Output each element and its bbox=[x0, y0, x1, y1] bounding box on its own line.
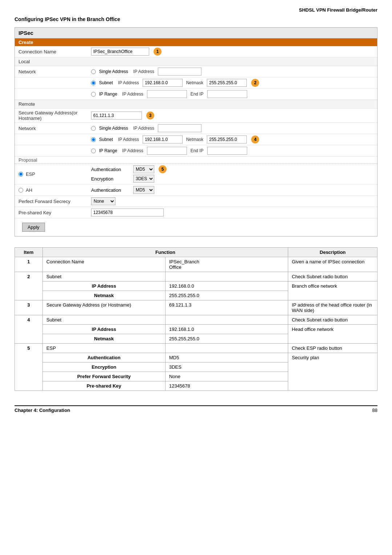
table-func-3: Secure Gateway Address (or Hostname) bbox=[42, 300, 165, 315]
ah-row: AH Authentication MD5 SHA1 bbox=[15, 185, 377, 196]
apply-row: Apply bbox=[15, 218, 377, 236]
local-endip-input[interactable] bbox=[207, 90, 247, 98]
esp-enc-select[interactable]: 3DES DES AES bbox=[133, 175, 154, 183]
ah-label-cell: AH bbox=[19, 187, 91, 193]
table-func-2a: Subnet bbox=[42, 272, 165, 281]
table-val-5e: 12345678 bbox=[165, 381, 288, 391]
remote-iprange-ip-input[interactable] bbox=[147, 147, 187, 155]
table-desc-4b: Head office network bbox=[288, 325, 377, 344]
table-row: 1 Connection Name IPSec_BranchOffice Giv… bbox=[15, 257, 377, 272]
page-title: Configuring IPSec VPN in the Branch Offi… bbox=[15, 16, 377, 22]
psk-input[interactable] bbox=[91, 208, 164, 216]
connection-name-input[interactable] bbox=[91, 48, 149, 56]
remote-iprange-label: IP Range bbox=[99, 148, 117, 153]
local-iprange-row: IP Range IP Address End IP bbox=[15, 89, 377, 100]
local-iprange-ip-input[interactable] bbox=[147, 90, 187, 98]
table-item-3: 3 bbox=[15, 300, 43, 315]
ah-auth-select[interactable]: MD5 SHA1 bbox=[133, 186, 154, 194]
pfs-field-group: None Group1 Group2 bbox=[91, 197, 373, 205]
remote-single-row: Network Single Address IP Address bbox=[15, 123, 377, 134]
table-item-5: 5 bbox=[15, 344, 43, 391]
table-desc-4a: Check Subnet radio button bbox=[288, 315, 377, 325]
footer-left: Chapter 4: Configuration bbox=[15, 408, 70, 413]
local-single-radio[interactable] bbox=[91, 69, 96, 74]
local-iprange-radio[interactable] bbox=[91, 92, 96, 97]
remote-iprange-field-group: IP Range IP Address End IP bbox=[91, 147, 373, 155]
local-subnet-field-group: Subnet IP Address Netmask 2 bbox=[91, 79, 373, 87]
esp-auth-select[interactable]: MD5 SHA1 bbox=[133, 165, 154, 173]
table-val-5c: 3DES bbox=[165, 362, 288, 372]
table-desc-1: Given a name of IPSec connection bbox=[288, 257, 377, 272]
table-func-2c: Netmask bbox=[42, 291, 165, 300]
remote-network-label: Network bbox=[19, 126, 91, 131]
remote-subnet-ip-input[interactable] bbox=[143, 135, 183, 143]
table-row: 5 ESP Check ESP radio button bbox=[15, 344, 377, 353]
table-func-1: Connection Name bbox=[42, 257, 165, 272]
esp-radio[interactable] bbox=[19, 172, 23, 177]
local-subnet-radio[interactable] bbox=[91, 81, 96, 85]
ipsec-panel-title: IPSec bbox=[15, 28, 377, 39]
table-col-function: Function bbox=[42, 248, 288, 257]
local-endip-label: End IP bbox=[191, 92, 204, 97]
psk-row: Pre-shared Key bbox=[15, 207, 377, 218]
secure-gateway-row: Secure Gateway Address(or Hostname) 3 bbox=[15, 109, 377, 123]
table-func-2b: IP Address bbox=[42, 281, 165, 291]
table-val-4b: 192.168.1.0 bbox=[165, 325, 288, 334]
table-val-2b: 192.168.0.0 bbox=[165, 281, 288, 291]
table-func-4c: Netmask bbox=[42, 334, 165, 344]
table-val-3: 69.121.1.3 bbox=[165, 300, 288, 315]
remote-endip-input[interactable] bbox=[207, 147, 247, 155]
create-section-bar: Create bbox=[15, 39, 377, 46]
local-netmask-input[interactable] bbox=[207, 79, 247, 87]
remote-subnet-field-group: Subnet IP Address Netmask 4 bbox=[91, 135, 373, 143]
remote-subnet-ip-label: IP Address bbox=[118, 137, 139, 142]
table-val-2c: 255.255.255.0 bbox=[165, 291, 288, 300]
header-right: SHDSL VPN Firewall Bridge/Router bbox=[15, 7, 377, 13]
remote-subnet-label: Subnet bbox=[99, 137, 113, 142]
remote-single-label: Single Address bbox=[99, 126, 128, 131]
remote-single-ip-input[interactable] bbox=[158, 124, 201, 132]
apply-button[interactable]: Apply bbox=[22, 223, 45, 232]
local-single-ip-input[interactable] bbox=[158, 68, 201, 76]
badge-5: 5 bbox=[159, 165, 167, 173]
pfs-label: Perfect Forward Secrecy bbox=[19, 199, 91, 204]
table-row: 4 Subnet Check Subnet radio button bbox=[15, 315, 377, 325]
remote-iprange-row: IP Range IP Address End IP bbox=[15, 145, 377, 157]
local-single-address-row: Network Single Address IP Address bbox=[15, 66, 377, 77]
table-item-1: 1 bbox=[15, 257, 43, 272]
footer-bar: Chapter 4: Configuration 88 bbox=[15, 405, 377, 413]
proposal-section-label: Proposal bbox=[15, 157, 377, 164]
local-subnet-ip-label: IP Address bbox=[118, 80, 139, 85]
psk-label: Pre-shared Key bbox=[19, 210, 91, 215]
remote-netmask-input[interactable] bbox=[207, 135, 247, 143]
remote-single-radio[interactable] bbox=[91, 126, 96, 131]
connection-name-label: Connection Name bbox=[19, 49, 91, 54]
remote-single-ip-label: IP Address bbox=[133, 126, 154, 131]
ipsec-panel: IPSec Create Connection Name 1 Local Net… bbox=[15, 27, 377, 236]
remote-iprange-radio[interactable] bbox=[91, 149, 96, 153]
badge-3: 3 bbox=[146, 112, 154, 119]
secure-gateway-label: Secure Gateway Address(or Hostname) bbox=[19, 110, 91, 121]
ah-label: AH bbox=[26, 187, 32, 193]
connection-name-row: Connection Name 1 bbox=[15, 46, 377, 57]
table-func-5a: ESP bbox=[42, 344, 165, 353]
table-desc-2b: Branch office network bbox=[288, 281, 377, 300]
local-subnet-row: Subnet IP Address Netmask 2 bbox=[15, 77, 377, 89]
remote-subnet-radio[interactable] bbox=[91, 137, 96, 142]
psk-field-group bbox=[91, 208, 373, 216]
footer-right: 88 bbox=[372, 408, 377, 413]
secure-gateway-input[interactable] bbox=[91, 112, 142, 119]
local-netmask-label: Netmask bbox=[186, 80, 203, 85]
connection-name-field-group: 1 bbox=[91, 48, 373, 56]
esp-label-cell: ESP bbox=[19, 171, 91, 177]
table-row: 3 Secure Gateway Address (or Hostname) 6… bbox=[15, 300, 377, 315]
table-row: IP Address 192.168.0.0 Branch office net… bbox=[15, 281, 377, 291]
table-val-4a bbox=[165, 315, 288, 325]
table-val-5b: MD5 bbox=[165, 353, 288, 362]
pfs-select[interactable]: None Group1 Group2 bbox=[91, 197, 115, 205]
local-subnet-ip-input[interactable] bbox=[143, 79, 183, 87]
local-single-label: Single Address bbox=[99, 69, 128, 74]
remote-endip-label: End IP bbox=[191, 148, 204, 153]
local-section-label: Local bbox=[15, 57, 377, 66]
ah-radio[interactable] bbox=[19, 188, 23, 193]
